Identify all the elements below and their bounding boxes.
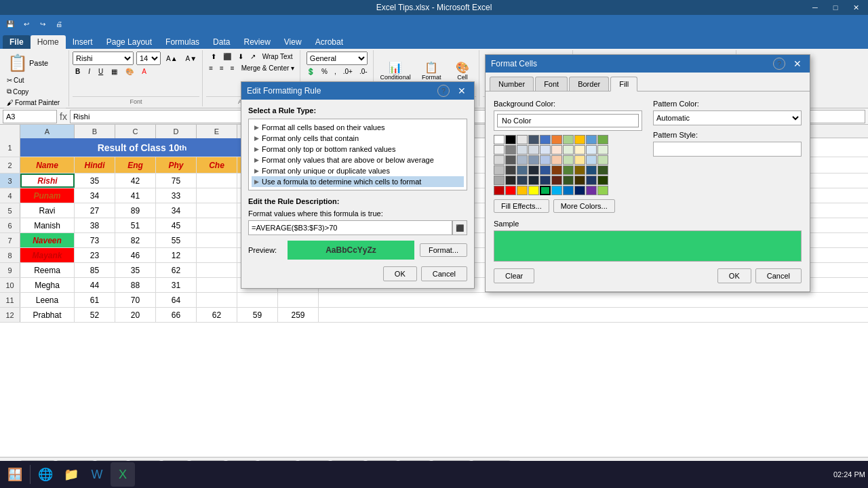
cell-b5[interactable]: 27	[75, 203, 115, 218]
tab-insert[interactable]: Insert	[66, 35, 100, 49]
cell-d11[interactable]: 64	[156, 293, 197, 307]
color-swatch[interactable]	[574, 155, 585, 165]
taskbar-folder[interactable]: 📁	[59, 462, 83, 487]
cell-c4[interactable]: 41	[115, 188, 156, 203]
increase-decimal-btn[interactable]: .0+	[340, 66, 355, 77]
font-color-btn[interactable]: A	[139, 66, 149, 77]
row-header-3[interactable]: 3	[0, 174, 20, 188]
align-center-btn[interactable]: ≡	[217, 63, 226, 73]
color-swatch[interactable]	[597, 155, 608, 165]
fc-tab-border[interactable]: Border	[569, 77, 609, 91]
color-swatch[interactable]	[494, 176, 505, 185]
color-swatch[interactable]	[551, 176, 562, 185]
cell-b11[interactable]: 61	[75, 293, 115, 307]
row-header-1[interactable]: 1	[0, 138, 20, 157]
cell-a6[interactable]: Manish	[20, 218, 75, 232]
rule-type-item-6[interactable]: ▶ Use a formula to determine which cells…	[252, 176, 464, 187]
tab-data[interactable]: Data	[206, 35, 237, 49]
row-header-4[interactable]: 4	[0, 188, 20, 203]
cell-b6[interactable]: 38	[75, 218, 115, 232]
paste-button[interactable]: 📋 Paste	[4, 52, 52, 75]
cell-a1[interactable]: Result of Class 10th	[20, 138, 264, 157]
cell-c3[interactable]: 42	[115, 174, 156, 188]
cut-button[interactable]: ✂ Cut	[4, 75, 62, 85]
color-swatch[interactable]	[517, 145, 528, 155]
fill-color-btn[interactable]: 🎨	[123, 66, 136, 77]
color-swatch[interactable]	[517, 155, 528, 165]
color-swatch[interactable]	[597, 135, 608, 144]
font-size-select[interactable]: 14	[136, 52, 161, 65]
row-header-11[interactable]: 11	[0, 293, 20, 307]
row-header-2[interactable]: 2	[0, 157, 20, 173]
align-middle-btn[interactable]: ⬛	[220, 52, 234, 62]
color-swatch[interactable]	[494, 155, 505, 165]
efr-formula-collapse-btn[interactable]: ⬛	[452, 220, 467, 235]
efr-format-btn[interactable]: Format...	[420, 243, 467, 257]
col-header-b[interactable]: B	[75, 125, 115, 138]
cell-b2[interactable]: Hindi	[75, 157, 115, 173]
color-swatch[interactable]	[563, 145, 574, 155]
italic-btn[interactable]: I	[85, 66, 93, 77]
cell-b12[interactable]: 52	[75, 308, 115, 322]
cell-d6[interactable]: 45	[156, 218, 197, 232]
color-swatch[interactable]	[540, 135, 551, 144]
color-swatch[interactable]	[494, 186, 505, 195]
col-header-d[interactable]: D	[156, 125, 197, 138]
cell-e9[interactable]	[197, 263, 237, 277]
color-swatch[interactable]	[586, 135, 597, 144]
color-swatch[interactable]	[586, 155, 597, 165]
color-swatch[interactable]	[505, 145, 516, 155]
qat-redo[interactable]: ↪	[35, 17, 50, 30]
color-swatch[interactable]	[540, 176, 551, 185]
cell-e10[interactable]	[197, 278, 237, 292]
col-header-e[interactable]: E	[197, 125, 237, 138]
fc-cancel-btn[interactable]: Cancel	[755, 268, 802, 283]
name-box[interactable]	[3, 110, 57, 123]
color-swatch[interactable]	[574, 135, 585, 144]
cell-b4[interactable]: 34	[75, 188, 115, 203]
copy-button[interactable]: ⧉ Copy	[4, 86, 62, 97]
percent-btn[interactable]: 💲	[304, 66, 317, 77]
cell-d8[interactable]: 12	[156, 248, 197, 262]
fc-tab-fill[interactable]: Fill	[610, 77, 637, 92]
cell-e6[interactable]	[197, 218, 237, 232]
tab-home[interactable]: Home	[31, 35, 66, 49]
minimize-btn[interactable]: ─	[806, 1, 825, 14]
cell-g11[interactable]	[278, 293, 319, 307]
color-swatch[interactable]	[551, 155, 562, 165]
color-swatch[interactable]	[551, 145, 562, 155]
cell-a11[interactable]: Leena	[20, 293, 75, 307]
color-swatch[interactable]	[563, 165, 574, 175]
cell-f12[interactable]: 59	[237, 308, 278, 322]
rule-type-item-3[interactable]: ▶ Format only top or bottom ranked value…	[252, 144, 464, 155]
taskbar-word[interactable]: W	[85, 462, 109, 487]
color-swatch[interactable]	[597, 145, 608, 155]
orientation-btn[interactable]: ↗	[248, 52, 258, 62]
fc-tab-number[interactable]: Number	[490, 77, 534, 91]
cell-b9[interactable]: 85	[75, 263, 115, 277]
color-swatch[interactable]	[494, 135, 505, 144]
color-swatch[interactable]	[574, 145, 585, 155]
color-swatch[interactable]	[528, 135, 539, 144]
cell-c5[interactable]: 89	[115, 203, 156, 218]
row-header-5[interactable]: 5	[0, 203, 20, 218]
tab-file[interactable]: File	[3, 35, 31, 49]
format-painter-button[interactable]: 🖌 Format Painter	[4, 98, 62, 108]
cell-c12[interactable]: 20	[115, 308, 156, 322]
fc-help-icon[interactable]: ?	[773, 58, 785, 70]
color-swatch[interactable]	[517, 135, 528, 144]
color-swatch[interactable]	[540, 165, 551, 175]
close-btn[interactable]: ✕	[846, 1, 865, 14]
taskbar-excel[interactable]: X	[111, 462, 135, 487]
tab-acrobat[interactable]: Acrobat	[309, 35, 350, 49]
color-swatch[interactable]	[551, 165, 562, 175]
color-swatch[interactable]	[494, 165, 505, 175]
cell-a7[interactable]: Naveen	[20, 233, 75, 247]
align-bottom-btn[interactable]: ⬇	[235, 52, 246, 62]
bold-btn[interactable]: B	[73, 66, 83, 77]
col-header-c[interactable]: C	[115, 125, 156, 138]
tab-review[interactable]: Review	[237, 35, 277, 49]
row-header-9[interactable]: 9	[0, 263, 20, 277]
color-swatch[interactable]	[551, 135, 562, 144]
percent-sign-btn[interactable]: %	[319, 66, 330, 77]
